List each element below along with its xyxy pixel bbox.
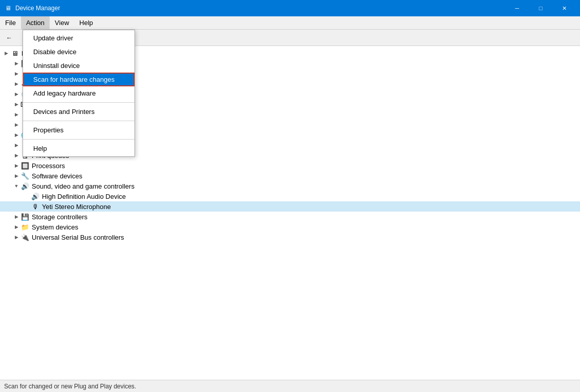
- maximize-button[interactable]: □: [529, 0, 552, 16]
- tree-item-storage[interactable]: ▶💾Storage controllers: [0, 212, 580, 222]
- menu-uninstall-device[interactable]: Uninstall device: [23, 59, 135, 73]
- title-bar: 🖥 Device Manager ─ □ ✕: [0, 0, 580, 16]
- tree-icon-storage: 💾: [20, 213, 30, 221]
- status-bar: Scan for changed or new Plug and Play de…: [0, 380, 580, 392]
- expand-arrow: ▶: [12, 233, 20, 241]
- expand-arrow: ▶: [12, 121, 20, 129]
- tree-icon-usb: 🔌: [20, 233, 30, 241]
- menu-disable-device[interactable]: Disable device: [23, 45, 135, 59]
- menu-help[interactable]: Help: [74, 16, 98, 29]
- separator-3: [23, 139, 135, 140]
- expand-arrow: ▶: [12, 172, 20, 180]
- menu-help-item[interactable]: Help: [23, 142, 135, 155]
- expand-arrow: ▶: [12, 213, 20, 221]
- tree-icon-system: 📁: [20, 223, 30, 231]
- expand-arrow: ▼: [12, 182, 20, 190]
- expand-arrow: ▶: [12, 131, 20, 139]
- expand-arrow: ▶: [12, 80, 20, 88]
- menu-scan-hardware[interactable]: Scan for hardware changes: [23, 73, 135, 86]
- tree-item-hd-audio[interactable]: ▶🔊High Definition Audio Device: [0, 191, 580, 201]
- tree-item-yeti[interactable]: ▶🎙Yeti Stereo Microphone: [0, 201, 580, 212]
- menu-properties[interactable]: Properties: [23, 123, 135, 137]
- menu-bar: File Action View Help: [0, 16, 580, 30]
- expand-arrow: ▶: [12, 90, 20, 98]
- action-dropdown-menu: Update driver Disable device Uninstall d…: [23, 30, 135, 157]
- expand-arrow: ▶: [12, 151, 20, 159]
- separator-1: [23, 102, 135, 103]
- expand-arrow: ▶: [2, 49, 10, 57]
- expand-arrow: ▶: [12, 59, 20, 67]
- tree-icon-root: 🖥: [10, 49, 19, 57]
- tree-item-usb[interactable]: ▶🔌Universal Serial Bus controllers: [0, 232, 580, 242]
- menu-update-driver[interactable]: Update driver: [23, 31, 135, 45]
- tree-icon-sound: 🔊: [20, 182, 30, 190]
- tree-icon-yeti: 🎙: [31, 202, 40, 211]
- tree-label-storage: Storage controllers: [32, 213, 87, 221]
- expand-arrow: ▶: [12, 100, 20, 108]
- expand-arrow: ▶: [12, 110, 20, 119]
- menu-devices-printers[interactable]: Devices and Printers: [23, 105, 135, 119]
- toolbar-btn-1[interactable]: ←: [2, 31, 16, 44]
- tree-label-processors: Processors: [32, 162, 65, 170]
- window-title: Device Manager: [15, 5, 60, 12]
- separator-2: [23, 121, 135, 121]
- tree-label-sound: Sound, video and game controllers: [32, 182, 135, 190]
- tree-label-usb: Universal Serial Bus controllers: [32, 234, 124, 241]
- tree-item-software[interactable]: ▶🔧Software devices: [0, 171, 580, 181]
- tree-icon-processors: 🔲: [20, 162, 30, 170]
- menu-action[interactable]: Action: [21, 16, 50, 29]
- tree-label-hd-audio: High Definition Audio Device: [42, 193, 126, 200]
- app-icon: 🖥: [4, 4, 12, 12]
- status-text: Scan for changed or new Plug and Play de…: [4, 383, 136, 390]
- menu-add-legacy[interactable]: Add legacy hardware: [23, 86, 135, 100]
- tree-icon-software: 🔧: [20, 172, 30, 180]
- expand-arrow: ▶: [12, 70, 20, 78]
- minimize-button[interactable]: ─: [505, 0, 529, 16]
- window-controls: ─ □ ✕: [505, 0, 576, 16]
- tree-item-system[interactable]: ▶📁System devices: [0, 222, 580, 232]
- tree-label-software: Software devices: [32, 172, 82, 180]
- tree-item-sound[interactable]: ▼🔊Sound, video and game controllers: [0, 181, 580, 191]
- expand-arrow: ▶: [12, 162, 20, 170]
- tree-item-processors[interactable]: ▶🔲Processors: [0, 160, 580, 171]
- expand-arrow: ▶: [12, 223, 20, 231]
- expand-arrow: ▶: [12, 141, 20, 149]
- menu-view[interactable]: View: [50, 16, 74, 29]
- menu-file[interactable]: File: [0, 16, 21, 29]
- tree-label-system: System devices: [32, 223, 78, 231]
- tree-label-yeti: Yeti Stereo Microphone: [42, 203, 111, 211]
- close-button[interactable]: ✕: [552, 0, 576, 16]
- tree-icon-hd-audio: 🔊: [31, 192, 40, 200]
